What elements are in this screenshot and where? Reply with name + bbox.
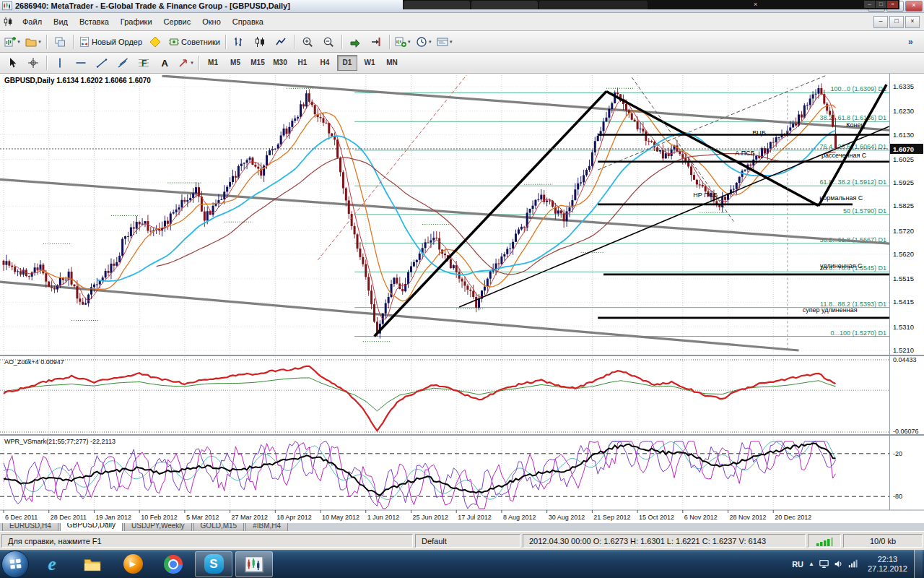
svg-text:50 (1.5790) D1: 50 (1.5790) D1 — [843, 207, 886, 215]
background-restore-button[interactable]: □ — [876, 1, 886, 8]
chart-shift-button[interactable] — [366, 33, 386, 51]
menu-item-5[interactable]: Окно — [196, 14, 227, 29]
auto-scroll-button[interactable] — [345, 33, 365, 51]
internet-explorer-icon: e — [48, 554, 56, 574]
background-close-button[interactable]: × — [887, 1, 898, 8]
background-window-tab[interactable] — [539, 1, 648, 9]
skype-icon: S — [204, 554, 224, 574]
background-window-area — [648, 0, 750, 9]
close-button[interactable]: × — [905, 1, 923, 12]
bars-button[interactable] — [229, 33, 249, 51]
background-close-icon[interactable]: × — [750, 0, 761, 9]
status-help-text: Для справки, нажмите F1 — [1, 534, 413, 548]
zoom-in-icon — [302, 36, 313, 48]
zoom-out-button[interactable] — [318, 33, 339, 51]
menu-item-2[interactable]: Вставка — [74, 14, 115, 29]
timeframe-m15[interactable]: M15 — [248, 55, 268, 71]
timeframe-w1[interactable]: W1 — [359, 55, 380, 71]
svg-text:F: F — [141, 59, 147, 69]
taskbar-app-skype[interactable]: S — [195, 551, 232, 577]
background-minimize-button[interactable]: – — [864, 1, 875, 8]
cursor-button[interactable] — [2, 54, 22, 72]
start-button[interactable] — [1, 551, 29, 578]
experts-button[interactable]: Советники — [166, 33, 222, 51]
menu-item-3[interactable]: Графики — [115, 14, 158, 29]
fibo-button[interactable]: F — [134, 54, 154, 72]
background-window-tab[interactable] — [404, 1, 470, 9]
indicators-button[interactable]: ▾ — [393, 33, 413, 51]
menu-item-1[interactable]: Вид — [48, 14, 74, 29]
svg-text:НР ПСБ: НР ПСБ — [693, 191, 718, 199]
crosshair-button[interactable] — [23, 54, 43, 72]
desktop: 2686940: MetaTrader - E-Global Trade & F… — [0, 0, 924, 578]
taskbar-app-folder[interactable] — [74, 551, 111, 577]
fibo-icon: F — [138, 57, 149, 69]
svg-text:19 Jan 2012: 19 Jan 2012 — [95, 514, 131, 521]
hidden-icons-button[interactable]: ▲ — [808, 561, 814, 567]
status-profile[interactable]: Default — [415, 534, 520, 548]
cascade-button[interactable] — [50, 33, 70, 51]
periods-button[interactable]: ▾ — [414, 33, 434, 51]
timeframe-m5[interactable]: M5 — [225, 55, 245, 71]
taskbar-app-chrome[interactable] — [154, 551, 192, 577]
chart-close-button[interactable]: × — [905, 16, 920, 28]
dropdown-caret-icon: ▾ — [429, 39, 432, 45]
new-chart-button[interactable]: ▾ — [2, 33, 22, 51]
text-icon: A — [159, 57, 170, 69]
new-chart-icon — [4, 36, 16, 48]
timeframe-h4[interactable]: H4 — [315, 55, 335, 71]
hline-button[interactable] — [71, 54, 91, 72]
channel-button[interactable] — [113, 54, 133, 72]
standard-toolbar: ▾▾Новый ОрдерСоветники▾▾▾» — [0, 31, 924, 53]
menu-item-4[interactable]: Сервис — [158, 14, 197, 29]
clock[interactable]: 22:13 27.12.2012 — [863, 555, 912, 574]
linechart-button[interactable] — [271, 33, 291, 51]
toolbar-separator — [46, 35, 47, 49]
templates-button[interactable]: ▾ — [435, 33, 455, 51]
chart-minimize-button[interactable]: – — [873, 16, 888, 28]
windows-taskbar: e▶S RU ▲ 22:13 27.12.2012 — [0, 550, 924, 578]
timeframe-m1[interactable]: M1 — [203, 55, 223, 71]
volume-icon[interactable] — [834, 559, 843, 569]
app-icon — [2, 1, 12, 11]
overflow-button[interactable]: » — [902, 33, 922, 51]
text-button[interactable]: A — [154, 54, 175, 72]
taskbar-app-wmp[interactable]: ▶ — [114, 551, 152, 577]
profiles-button[interactable]: ▾ — [23, 33, 43, 51]
taskbar-app-ie[interactable]: e — [33, 551, 71, 577]
new-order-button[interactable]: Новый Ордер — [77, 33, 144, 51]
timeframe-d1[interactable]: D1 — [337, 55, 357, 71]
alert-diamond-button[interactable] — [145, 33, 165, 51]
menu-item-0[interactable]: Файл — [17, 14, 48, 29]
network-icon[interactable] — [848, 559, 858, 569]
svg-text:8 Aug 2012: 8 Aug 2012 — [503, 514, 536, 521]
language-indicator[interactable]: RU — [792, 560, 803, 569]
display-icon[interactable] — [819, 559, 829, 569]
chart-restore-button[interactable]: □ — [889, 16, 904, 28]
zoom-out-icon — [323, 36, 334, 48]
toolbar-separator — [199, 56, 199, 70]
arrows-icon — [178, 57, 189, 69]
trendline-button[interactable] — [92, 54, 112, 72]
chart-window-icon — [3, 17, 13, 27]
background-window-tab[interactable] — [471, 1, 538, 9]
timeframe-h1[interactable]: H1 — [292, 55, 313, 71]
show-desktop-button[interactable] — [914, 550, 923, 578]
zoom-in-button[interactable] — [297, 33, 318, 51]
chart-info-label: GBPUSD,Daily 1.6134 1.6202 1.6066 1.6070 — [4, 77, 151, 85]
dropdown-caret-icon: ▾ — [191, 60, 193, 66]
chart-shift-icon — [370, 36, 382, 48]
arrows-button[interactable]: ▾ — [175, 54, 196, 72]
candles-button[interactable] — [250, 33, 270, 51]
vline-button[interactable] — [50, 54, 70, 72]
timeframe-mn[interactable]: MN — [382, 55, 402, 71]
linechart-icon — [275, 36, 287, 48]
svg-text:1.6335: 1.6335 — [893, 82, 914, 90]
chrome-icon — [164, 555, 183, 574]
timeframe-m30[interactable]: M30 — [270, 55, 290, 71]
menu-item-6[interactable]: Справка — [227, 14, 269, 29]
status-traffic: 10/0 kb — [843, 534, 923, 548]
chart-canvas[interactable]: 100...0 (1.6309) D138.2...61.8 (1.6186) … — [0, 74, 924, 523]
taskbar-app-metatrader[interactable] — [235, 551, 273, 577]
connection-status-icon[interactable] — [808, 534, 841, 548]
